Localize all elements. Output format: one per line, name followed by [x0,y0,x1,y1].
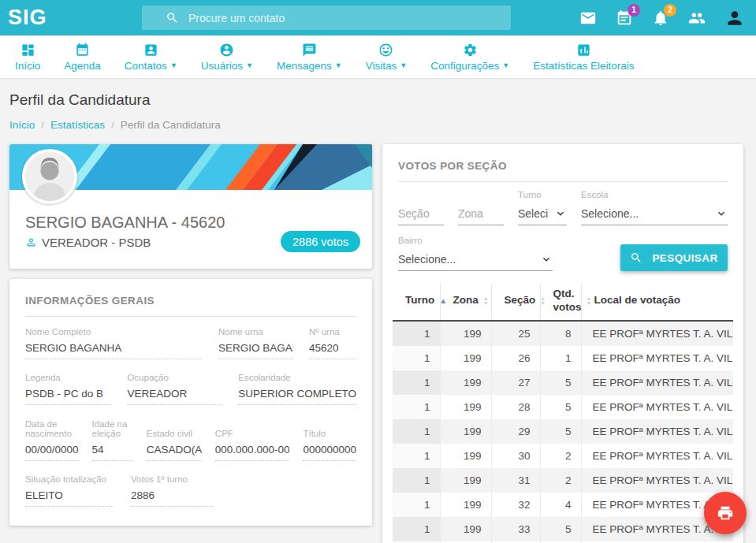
table-cell: 28 [491,395,540,419]
votes-badge[interactable]: 2886 votos [281,231,360,252]
table-cell: 5 [540,395,581,419]
table-cell: 5 [540,419,581,444]
chevron-down-icon: ▼ [246,62,253,69]
field-data-nascimento: Data de nascimento00/00/0000 [25,416,79,461]
pesquisar-button[interactable]: PESQUISAR [620,244,728,271]
field-escolaridade: EscolaridadeSUPERIOR COMPLETO [238,370,356,405]
column-header-qtd-votos[interactable]: Qtd. votos▲▼ [540,284,581,321]
table-cell: 199 [440,370,491,395]
chevron-down-icon: ▼ [400,62,407,69]
bairro-select[interactable]: Selecione... [398,247,553,271]
secao-input[interactable] [398,202,444,225]
table-cell: 1 [393,493,440,517]
table-cell: EE PROFª MYRTES T. A. VILLELA [581,468,733,493]
chevron-down-icon: ▼ [170,62,177,69]
breadcrumb-inicio[interactable]: Início [9,119,35,131]
escola-select[interactable]: Selecione... [581,202,728,225]
filter-secao [398,190,444,225]
zona-input[interactable] [458,202,504,225]
table-cell: EE PROFª MYRTES T. A. VILLELA [581,346,733,370]
field-nome-urna: Nome urnaSERGIO BAGANHA [218,325,293,359]
table-cell: 1 [393,346,440,370]
filter-escola: Escola Selecione... [581,190,728,225]
notifications-bell-icon[interactable]: 2 [652,9,669,27]
filter-zona [458,190,504,225]
table-row: 1199295EE PROFª MYRTES T. A. VILLELA [393,419,733,444]
field-nome-completo: Nome CompletoSERGIO BAGANHA [25,325,203,359]
nav-item-visitas[interactable]: Visitas▼ [354,43,419,72]
table-row: 1199324EE PROFª MYRTES T. A. VILLELA [393,493,733,517]
chevron-down-icon: ▼ [335,62,342,69]
table-row: 1199261EE PROFª MYRTES T. A. VILLELA [393,346,733,370]
person-icon [25,236,37,248]
table-row: 1199275EE PROFª MYRTES T. A. VILLELA [393,370,733,395]
breadcrumb: Início / Estatísticas / Perfil da Candid… [9,119,747,131]
chevron-down-icon: ▼ [502,62,509,69]
table-cell: EE PROFª MYRTES T. A. VILLELA [581,419,733,444]
print-fab-button[interactable] [704,492,747,534]
column-header-secao[interactable]: Seção▲▼ [491,284,540,321]
nav-item-configuracoes[interactable]: Configurações▼ [419,43,521,72]
column-header-zona[interactable]: Zona▲▼ [440,284,491,321]
table-cell: 8 [540,321,581,346]
nav-item-agenda[interactable]: Agenda [52,43,113,72]
column-header-local[interactable]: Local de votação [581,284,733,321]
table-cell: 199 [440,468,491,493]
candidate-role: VEREADOR - PSDB [25,236,151,249]
column-header-turno[interactable]: Turno▲ [393,284,440,321]
breadcrumb-estatisticas[interactable]: Estatísticas [50,119,105,131]
nav-item-usuarios[interactable]: Usuários▼ [189,43,265,72]
table-row: 1199302EE PROFª MYRTES T. A. VILLELA [393,444,733,468]
table-cell: EE PROFª MYRTES T. A. VILLELA [581,321,733,346]
table-cell: 1 [393,444,440,468]
page: { "header": { "logo": "SIG", "search_pla… [0,0,756,543]
table-cell: 33 [491,517,540,541]
divider [398,181,728,182]
table-cell: EE PROFª MYRTES T. A. VILLELA [581,395,733,419]
header-icons: 1 2 [579,8,756,28]
sort-icon: ▲▼ [540,296,546,306]
calendar-badge: 1 [628,4,640,17]
gear-icon [463,43,478,58]
app-logo[interactable]: SIG [8,6,47,30]
agenda-icon[interactable]: 1 [616,9,633,27]
filter-bairro: Bairro Selecione... [398,236,553,271]
table-cell: 4 [540,493,581,517]
nav-item-contatos[interactable]: Contatos▼ [113,43,189,72]
search-icon [630,251,642,264]
votes-card: VOTOS POR SEÇÃO Turno [382,144,743,543]
table-cell: 30 [491,444,540,468]
sort-asc-icon: ▲ [439,296,447,307]
table-cell: 1 [393,419,440,444]
breadcrumb-current: Perfil da Candidatura [121,119,221,131]
turno-select[interactable]: Seleci [518,202,567,225]
table-cell: EE PROFª MYRTES T. A. VILLELA [581,370,733,395]
info-heading: INFORMAÇÕES GERAIS [25,295,356,307]
global-search[interactable] [142,6,511,30]
table-row: 1199335EE PROFª MYRTES T. A. VILLELA [393,517,733,541]
table-cell: 199 [440,517,491,541]
printer-icon [717,504,734,522]
sort-icon: ▲▼ [483,296,489,306]
nav-item-estatisticas[interactable]: Estatísticas Eleitorais [521,43,646,72]
chevron-down-icon [554,207,567,220]
nav-item-mensagens[interactable]: Mensagens▼ [265,43,354,72]
field-titulo: Título000000000 [303,416,356,461]
profile-card: SERGIO BAGANHA - 45620 VEREADOR - PSDB 2… [9,144,372,269]
candidate-photo [22,149,77,204]
calendar-icon [75,43,90,58]
general-info-card: INFORMAÇÕES GERAIS Nome CompletoSERGIO B… [9,279,372,526]
field-votos-1turno: Votos 1º turno2886 [131,472,213,507]
mail-icon[interactable] [579,9,597,27]
table-cell: 5 [540,370,581,395]
field-ocupacao: OcupaçãoVEREADOR [127,370,222,405]
filter-turno: Turno Seleci [518,190,567,225]
nav-item-inicio[interactable]: Início [3,43,52,72]
table-cell: 1 [393,395,440,419]
avatar[interactable] [724,8,745,28]
table-row: 1199285EE PROFª MYRTES T. A. VILLELA [393,395,733,419]
search-input[interactable] [188,12,503,24]
users-icon[interactable] [688,9,706,27]
table-cell: 2 [540,444,581,468]
table-cell: 199 [440,321,491,346]
